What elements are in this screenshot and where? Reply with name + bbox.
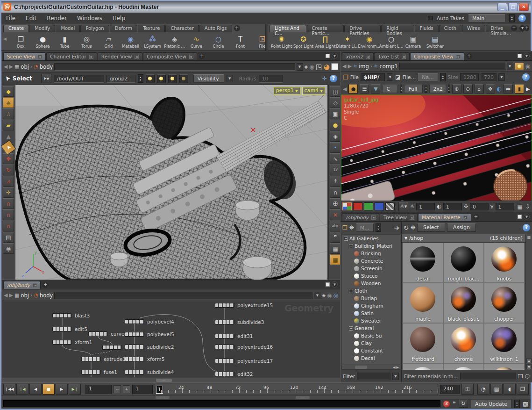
new-gallery-icon[interactable]: ❐ [342,224,348,231]
audio-button[interactable]: ◖ [504,384,516,395]
shelf-tab-cloth[interactable]: Cloth [439,25,461,32]
snap-curve-icon[interactable]: ∩ [3,209,14,220]
material-filter-field[interactable] [460,373,516,380]
help-icon[interactable]: ? [518,14,526,22]
scene-tab-render-view[interactable]: Render View✕ [98,52,143,60]
scene-path-field[interactable] [54,63,295,71]
playbar-scroll-strip[interactable]: ⋯⋯ ⋯⋯ [1,396,531,399]
material-tab-obj-body[interactable]: /obj/body✕ [342,213,379,221]
menu-windows[interactable]: Windows [77,15,102,22]
background-image-icon[interactable]: ▦ [330,243,341,254]
grid-tool[interactable]: ▱Grid [98,35,120,49]
tree-item-stucco[interactable]: Stucco [342,272,400,280]
channel-spinner[interactable]: ▴▾ [400,85,402,93]
node-flags[interactable] [215,359,234,363]
forward-icon[interactable]: ▶ [348,63,351,69]
composite-image[interactable]: guitar_full_jpg 1280x720 Single C [341,94,532,201]
network-node-edit32[interactable]: edit32 [215,371,253,376]
network-node-subdivide3[interactable]: subdivide3 [215,319,264,324]
box-tool[interactable]: ❒Box [10,35,32,49]
message-bubble-icon[interactable]: ❞ [453,401,455,407]
home-view-icon[interactable]: ⌂ [475,84,484,94]
network-hscrollbar[interactable]: ⋯ [2,378,342,382]
file-browse-label[interactable]: File... [402,74,416,80]
display-options-icon[interactable]: ◈ [330,131,341,142]
rgba-channel-button[interactable] [342,202,352,210]
show-points-icon[interactable]: • [330,142,341,153]
material-chrome[interactable]: chrome [443,323,484,363]
zoom-out-icon[interactable]: ⊖ [463,84,473,94]
path-root[interactable]: img [359,63,369,70]
show-selected-icon[interactable] [157,74,166,83]
new-tab-icon[interactable]: + [199,53,205,59]
tab-close-icon[interactable]: ✕ [410,216,414,220]
current-frame-marker[interactable]: 1 [156,386,163,394]
pixel-grid-dropdown[interactable]: 2x2 [429,85,446,93]
material-unnamed[interactable] [403,363,443,370]
tree-item-bricking[interactable]: Bricking [342,250,400,257]
show-templated-icon[interactable] [168,74,177,83]
node-flags[interactable] [52,313,72,318]
material-decal[interactable]: decal [403,243,443,283]
network-node-fuse1[interactable]: fuse1 [81,369,117,374]
viewport-menu-icon[interactable]: ◇ [330,97,341,108]
node-flags[interactable] [125,370,144,374]
shelf-scroll-right-icon[interactable]: ▶ [262,36,265,41]
palette-settings-icon[interactable]: ❋ [411,224,415,231]
pane-maximize-icon[interactable] [326,54,330,58]
shelf-tab-drive-particles[interactable]: Drive Particles [344,25,381,32]
node-flags[interactable] [215,372,234,376]
network-node-polyextrude15[interactable]: polyextrude15 [215,302,273,308]
point-light-tool[interactable]: ✺Point Light [270,35,292,49]
distant-light-tool[interactable]: ✶Distant Li... [336,35,358,49]
view-layout-icon[interactable]: ◫ [330,86,341,97]
show-vertices-icon[interactable]: ∿ [330,153,341,164]
new-tab-icon[interactable]: + [466,53,472,59]
playbar-options-button[interactable]: ❐ [517,384,529,395]
node-flags[interactable] [215,345,234,349]
cook-mode-icon[interactable]: ↻ [459,400,468,408]
pane-maximize-icon[interactable] [518,215,522,219]
path-root[interactable]: obj [21,292,29,299]
view-lop-icon[interactable] [515,63,524,70]
network-node-curve4[interactable]: curve4 [88,331,128,336]
select-help-icon[interactable]: ? [330,75,337,82]
folder-icon[interactable]: ❐ [343,74,348,81]
tab-close-icon[interactable]: ✕ [456,55,461,59]
red-channel-button[interactable] [353,202,362,210]
secure-selection-icon[interactable]: ✛ [322,75,327,82]
resolution-dropdown[interactable]: Full [404,85,423,93]
quad-view-icon[interactable]: ▦ [330,254,341,265]
show-axis-icon[interactable]: ✕ [330,209,341,220]
network-tab-obj-body[interactable]: /obj/body✕ [3,281,41,289]
node-flags[interactable] [125,345,144,349]
node-flags[interactable] [125,332,144,337]
tab-close-icon[interactable]: ✕ [33,283,37,288]
shelf-tab-create[interactable]: Create [3,25,29,32]
shelf-add-tab-icon[interactable]: + [511,25,517,31]
tree-item-cloth[interactable]: −Cloth [342,287,400,295]
shelf-tab-lights-and-c[interactable]: Lights And C... [270,25,306,32]
row-scroll-right-icon[interactable]: ▶ [526,86,530,92]
node-flags[interactable] [215,320,234,324]
font-tool[interactable]: TFont [229,35,251,49]
snap-grid-icon[interactable]: ∩ [3,198,14,209]
point-numbers-icon[interactable]: 12 [330,165,341,175]
network-node-xform1[interactable]: xform1 [52,339,92,345]
gallery-filter-field[interactable] [357,373,390,380]
collapse-arrow-icon[interactable]: ▼ [404,236,407,240]
refresh-icon[interactable]: ↻ [404,224,409,231]
plane-name-dropdown[interactable]: Na... [418,73,438,81]
apply-arrow-icon[interactable]: ➔ [394,224,399,231]
menu-file[interactable]: File [6,15,15,22]
range-inc-button[interactable]: + [123,385,130,393]
update-mode-dropdown[interactable]: Auto Update [471,400,511,408]
take-spinner[interactable]: ▴▾ [509,14,515,22]
path-node[interactable]: body [40,64,53,70]
pin-icon[interactable]: ◈ [305,64,308,69]
material-wilkinson-1[interactable]: wilkinson_1 [484,323,525,363]
network-node-polybevel4[interactable]: polybevel4 [125,319,174,324]
shelf-divider[interactable] [265,24,268,51]
path-dropdown-icon[interactable]: ▼ [314,292,320,299]
alpha-channel-button[interactable] [385,202,395,210]
